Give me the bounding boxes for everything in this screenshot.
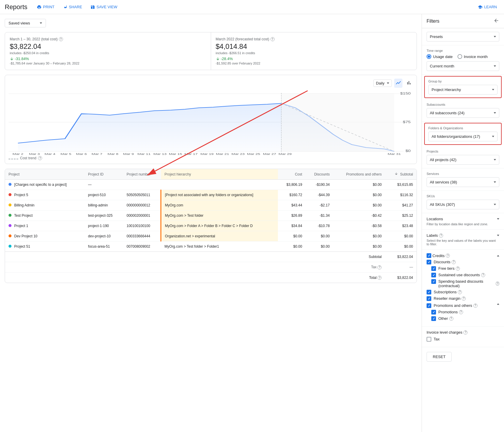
spending-based-checkbox[interactable]: ✓: [431, 279, 436, 284]
reseller-margin-item[interactable]: ✓ Reseller margin ?: [427, 296, 499, 301]
cost-cell: $34.84: [278, 221, 306, 231]
project-id-cell: test-project-325: [84, 211, 123, 221]
credits-checkbox[interactable]: ✓: [427, 253, 431, 258]
invoice-tax-item[interactable]: Tax: [427, 337, 499, 342]
promotions-help[interactable]: ?: [473, 304, 478, 308]
svg-text:Mar 21: Mar 21: [216, 153, 229, 155]
total-help-icon[interactable]: ?: [377, 276, 382, 280]
invoice-tax-checkbox[interactable]: [427, 337, 431, 342]
project-hierarchy-cell: MyOrg.com > Test folder: [161, 211, 278, 221]
tax-value: —: [385, 262, 417, 273]
saved-views-bar: Saved views: [5, 19, 417, 27]
invoice-month-radio[interactable]: Invoice month: [457, 54, 488, 59]
free-tiers-help[interactable]: ?: [456, 267, 460, 271]
print-button[interactable]: PRINT: [34, 4, 57, 11]
other-checkbox[interactable]: ✓: [431, 316, 436, 321]
spending-help[interactable]: ?: [496, 282, 499, 286]
group-by-dropdown[interactable]: Project Hierarchy: [428, 85, 498, 95]
stat-card-2: March 2022 (forecasted total cost) ? $4,…: [211, 32, 417, 70]
svg-text:Mar 29: Mar 29: [278, 153, 292, 155]
cost-trend-help[interactable]: ?: [38, 156, 42, 160]
filters-collapse-btn[interactable]: [493, 18, 499, 24]
subscriptions-checkbox[interactable]: ✓: [427, 290, 431, 294]
presets-dropdown[interactable]: Presets: [427, 32, 499, 42]
svg-text:Mar 4: Mar 4: [44, 153, 55, 155]
top-bar-actions: PRINT SHARE SAVE VIEW: [34, 4, 120, 11]
promotions-others-checkbox[interactable]: ✓: [427, 303, 431, 308]
usage-date-radio[interactable]: Usage date: [427, 54, 453, 59]
col-promotions: Promotions and others: [333, 169, 385, 180]
promotions-sub-help[interactable]: ?: [459, 310, 463, 314]
discounts-checkbox-item[interactable]: ✓ Discounts ?: [427, 260, 499, 264]
subscriptions-help[interactable]: ?: [458, 290, 462, 294]
bar-chart-btn[interactable]: [405, 79, 413, 88]
subtotal-cell: $41.27: [385, 200, 417, 211]
stats-row: March 1 – 30, 2022 (total cost) ? $3,822…: [5, 32, 417, 70]
services-title: Services: [427, 172, 499, 176]
other-help[interactable]: ?: [449, 317, 453, 321]
sustained-use-item[interactable]: ✓ Sustained use discounts ?: [431, 273, 499, 277]
free-tiers-item[interactable]: ✓ Free tiers ?: [431, 266, 499, 271]
line-chart-btn[interactable]: [394, 79, 402, 88]
promotions-cell: $0.00: [333, 180, 385, 190]
discounts-help-icon[interactable]: ?: [452, 260, 456, 264]
current-month-dropdown[interactable]: Current month: [427, 61, 499, 71]
sustained-use-checkbox[interactable]: ✓: [431, 273, 436, 277]
chart-controls: Daily: [9, 79, 413, 88]
group-by-section: Group by Project Hierarchy: [424, 76, 502, 98]
folders-orgs-dropdown[interactable]: All folders/organizations (17): [428, 132, 498, 141]
subaccounts-dropdown[interactable]: All subaccounts (24): [427, 108, 499, 118]
save-view-button[interactable]: SAVE VIEW: [88, 4, 120, 11]
invoice-section: Invoice level charges ? Tax: [422, 327, 504, 347]
promotions-item[interactable]: ✓ Promotions ?: [431, 310, 499, 315]
project-hierarchy-cell: [161, 180, 278, 190]
labels-section: Labels ? Select the key and values of th…: [422, 230, 504, 250]
discounts-checkbox[interactable]: ✓: [427, 260, 431, 264]
learn-button[interactable]: LEARN: [475, 4, 499, 11]
promotions-others-item[interactable]: ✓ Promotions and others ?: [427, 303, 499, 308]
arrow-down-icon-2: [216, 57, 220, 61]
sustained-help[interactable]: ?: [481, 273, 485, 277]
granularity-select[interactable]: Daily: [373, 80, 392, 87]
services-dropdown[interactable]: All services (38): [427, 177, 499, 187]
stat2-help-icon[interactable]: ?: [271, 37, 275, 41]
save-view-label: SAVE VIEW: [97, 5, 117, 9]
reset-button[interactable]: RESET: [427, 352, 452, 362]
reseller-help[interactable]: ?: [462, 297, 466, 301]
project-id-cell: focus-area-51: [84, 241, 123, 252]
subaccounts-chevron: [494, 112, 496, 114]
labels-help-icon[interactable]: ?: [439, 234, 443, 238]
svg-text:Mar 31: Mar 31: [388, 153, 401, 155]
time-range-section: Time range Usage date Invoice month Curr…: [422, 45, 504, 75]
subtotal-cell: $0.00: [385, 231, 417, 241]
chart-area: $150 $75 $0: [9, 90, 413, 155]
locations-section: Locations Filter by location data like r…: [422, 213, 504, 230]
promotions-checkbox[interactable]: ✓: [431, 310, 436, 315]
sort-icon: [394, 172, 398, 176]
project-dot: [9, 183, 11, 186]
stat1-help-icon[interactable]: ?: [59, 37, 63, 41]
reseller-margin-checkbox[interactable]: ✓: [427, 296, 431, 301]
credits-header[interactable]: ✓ Credits ?: [427, 253, 499, 258]
promotions-label: Promotions ?: [438, 310, 463, 314]
top-bar-right: LEARN: [475, 4, 499, 11]
discounts-label: Discounts ?: [434, 260, 456, 264]
projects-dropdown[interactable]: All projects (42): [427, 155, 499, 165]
credits-help-icon[interactable]: ?: [446, 254, 450, 258]
locations-header[interactable]: Locations: [427, 217, 499, 221]
other-item[interactable]: ✓ Other ?: [431, 316, 499, 321]
skus-dropdown[interactable]: All SKUs (307): [427, 200, 499, 209]
tax-help-icon[interactable]: ?: [377, 265, 382, 269]
stat-sub-2: includes -$266.51 in credits: [216, 51, 412, 55]
spending-based-item[interactable]: ✓ Spending based discounts (contractual)…: [431, 279, 499, 288]
labels-header[interactable]: Labels ?: [427, 233, 499, 238]
subtotal-value: $3,822.04: [385, 252, 417, 262]
project-number-cell: 000333666444: [123, 231, 161, 241]
presets-section: Presets: [422, 28, 504, 45]
share-button[interactable]: SHARE: [60, 4, 84, 11]
stat-amount-1: $3,822.04: [10, 42, 206, 51]
free-tiers-checkbox[interactable]: ✓: [431, 266, 436, 271]
subscriptions-item[interactable]: ✓ Subscriptions ?: [427, 290, 499, 294]
saved-views-select[interactable]: Saved views: [5, 19, 46, 27]
invoice-help-icon[interactable]: ?: [463, 330, 467, 335]
